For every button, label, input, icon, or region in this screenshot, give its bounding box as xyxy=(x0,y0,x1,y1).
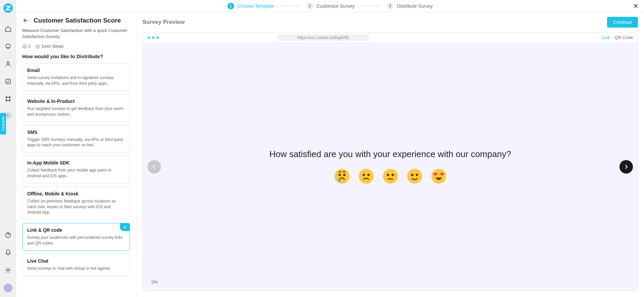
step-choose-template[interactable]: 1 Choose Template xyxy=(227,3,274,9)
browser-dots xyxy=(147,36,159,39)
svg-point-6 xyxy=(6,100,7,101)
template-details-panel: Customer Satisfaction Score Measure Cust… xyxy=(16,12,136,297)
svg-point-20 xyxy=(387,174,389,176)
svg-point-17 xyxy=(362,174,365,176)
distribute-option-desc: Survey your audiences with personalized … xyxy=(27,235,125,246)
home-icon[interactable] xyxy=(4,25,12,33)
feedback-icon[interactable] xyxy=(4,42,12,50)
help-icon[interactable] xyxy=(4,231,12,239)
svg-point-10 xyxy=(23,45,27,48)
svg-point-1 xyxy=(6,44,10,48)
distribute-option[interactable]: In-App Mobile SDKCollect feedback from y… xyxy=(22,156,130,183)
preview-url: https://us1.zonka.co/6sgNN5 xyxy=(277,34,369,41)
distribute-option-desc: Trigger SMS Surveys manually, via APIs o… xyxy=(27,137,125,148)
survey-icon[interactable] xyxy=(4,77,12,85)
svg-point-15 xyxy=(338,179,340,182)
distribute-option-desc: Send survey invitations and in-signature… xyxy=(27,75,125,86)
distribute-option-desc: Run targeted surveys to get feedback fro… xyxy=(27,106,125,117)
emoji-neutral[interactable] xyxy=(382,168,398,184)
svg-point-19 xyxy=(383,169,398,184)
distribute-option-title: In-App Mobile SDK xyxy=(27,160,125,165)
bell-icon[interactable] xyxy=(4,249,12,257)
svg-point-5 xyxy=(9,97,10,98)
step-distribute-survey[interactable]: 3 Distribute Survey xyxy=(387,3,433,9)
distribute-option-desc: Send surveys in chat with virtual or liv… xyxy=(27,266,125,271)
distribute-option[interactable]: Offline, Mobile & KioskCollect on-premis… xyxy=(22,187,130,220)
step-label: Customize Survey xyxy=(316,3,355,9)
progress-percent: 0% xyxy=(152,280,158,285)
step-number: 3 xyxy=(387,3,393,9)
emoji-sad[interactable] xyxy=(358,168,374,184)
svg-point-4 xyxy=(6,97,7,98)
duration: 1min 30sec xyxy=(35,44,63,49)
svg-point-7 xyxy=(9,100,10,101)
emoji-crying[interactable] xyxy=(334,168,350,184)
step-customize-survey[interactable]: 2 Customize Survey xyxy=(306,3,355,9)
distribute-option[interactable]: Live ChatSend surveys in chat with virtu… xyxy=(22,254,130,276)
distribute-option-desc: Collect on-premises feedback across loca… xyxy=(27,198,125,215)
distribute-option-desc: Collect feedback from your mobile app us… xyxy=(27,168,125,179)
user-avatar[interactable] xyxy=(4,284,12,292)
step-label: Choose Template xyxy=(238,3,274,9)
distribute-options-list: EmailSend survey invitations and in-sign… xyxy=(16,63,136,297)
app-logo[interactable] xyxy=(3,3,13,13)
svg-point-13 xyxy=(338,174,341,176)
preview-title: Survey Preview xyxy=(142,19,185,26)
svg-point-14 xyxy=(343,174,345,176)
distribute-option[interactable]: SMSTrigger SMS Surveys manually, via API… xyxy=(22,125,130,153)
svg-point-25 xyxy=(416,174,418,176)
emoji-love[interactable] xyxy=(431,168,447,184)
distribute-option[interactable]: Link & QR codeSurvey your audiences with… xyxy=(22,223,130,251)
step-number: 2 xyxy=(306,3,313,9)
template-description: Measure Customer Satisfaction with a qui… xyxy=(22,28,130,40)
step-separator xyxy=(280,6,300,6)
workflow-icon[interactable] xyxy=(4,95,12,103)
tab-qr-code[interactable]: QR Code xyxy=(615,35,633,40)
check-icon xyxy=(120,223,130,231)
browser-frame: https://us1.zonka.co/6sgNN5 Link QR Code… xyxy=(142,32,638,291)
settings-icon[interactable] xyxy=(4,266,12,274)
distribute-option-title: Website & In-Product xyxy=(27,99,125,104)
emoji-rating-row xyxy=(334,168,447,184)
step-separator xyxy=(360,6,381,6)
emoji-happy[interactable] xyxy=(406,168,423,184)
distribute-option[interactable]: EmailSend survey invitations and in-sign… xyxy=(22,63,130,91)
step-label: Distribute Survey xyxy=(397,3,433,9)
svg-point-12 xyxy=(335,169,349,184)
svg-point-2 xyxy=(7,62,9,64)
survey-question: How satisfied are you with your experien… xyxy=(269,149,511,159)
preview-panel: Survey Preview Continue https://us1.zonk… xyxy=(136,12,644,297)
svg-point-9 xyxy=(7,269,9,271)
continue-button[interactable]: Continue xyxy=(607,17,638,28)
distribute-option-title: Email xyxy=(27,68,125,73)
close-icon[interactable]: ✕ xyxy=(633,2,639,10)
svg-point-26 xyxy=(431,169,446,184)
svg-rect-3 xyxy=(6,79,10,83)
distribute-option-title: SMS xyxy=(27,129,125,135)
tab-link[interactable]: Link xyxy=(602,35,610,40)
survey-preview-area: How satisfied are you with your experien… xyxy=(143,43,638,291)
next-question-button[interactable] xyxy=(619,160,633,174)
side-rail: + xyxy=(0,0,16,297)
svg-point-16 xyxy=(359,169,374,184)
svg-point-23 xyxy=(407,169,422,184)
question-count: 2 xyxy=(22,44,31,49)
distribute-option-title: Live Chat xyxy=(27,258,125,264)
distribute-option[interactable]: Website & In-ProductRun targeted surveys… xyxy=(22,94,130,122)
distribute-option-title: Link & QR code xyxy=(27,227,125,233)
prev-question-button[interactable] xyxy=(147,160,161,174)
back-arrow-icon[interactable] xyxy=(22,17,30,24)
distribute-heading: How would you like to Distribute? xyxy=(16,53,136,59)
user-icon[interactable] xyxy=(4,60,12,68)
svg-point-21 xyxy=(391,174,394,176)
template-title: Customer Satisfaction Score xyxy=(34,17,121,24)
upgrade-tab[interactable]: Upgrade xyxy=(0,113,6,135)
wizard-stepper: 1 Choose Template 2 Customize Survey 3 D… xyxy=(16,0,644,12)
distribute-option-title: Offline, Mobile & Kiosk xyxy=(27,191,125,196)
step-number: 1 xyxy=(227,3,234,9)
svg-point-24 xyxy=(411,174,413,176)
svg-point-18 xyxy=(367,174,370,176)
